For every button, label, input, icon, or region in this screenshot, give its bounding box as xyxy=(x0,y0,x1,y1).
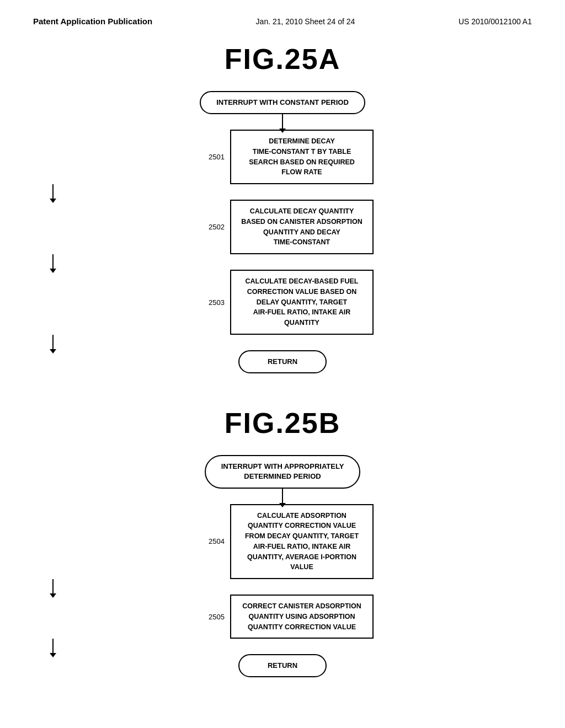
step-label-2502: 2502 xyxy=(191,223,225,231)
header-publication: Patent Application Publication xyxy=(33,17,152,26)
step-row-2504: 2504 CALCULATE ADSORPTION QUANTITY CORRE… xyxy=(33,504,532,580)
fig-25a-title: FIG.25A xyxy=(33,42,532,76)
step-box-2502: CALCULATE DECAY QUANTITY BASED ON CANIST… xyxy=(230,200,374,254)
fig-25b-title: FIG.25B xyxy=(33,406,532,440)
arrow-2 xyxy=(52,184,54,200)
step-box-2501: DETERMINE DECAY TIME-CONSTANT T BY TABLE… xyxy=(230,130,374,184)
fig-25b-flowchart: INTERRUPT WITH APPROPRIATELY DETERMINED … xyxy=(33,455,532,677)
step-row-2501: 2501 DETERMINE DECAY TIME-CONSTANT T BY … xyxy=(33,130,532,184)
header: Patent Application Publication Jan. 21, … xyxy=(33,17,532,26)
arrow-5 xyxy=(282,489,283,504)
fig25a-return-oval: RETURN xyxy=(238,350,327,373)
fig-25a-section: FIG.25A INTERRUPT WITH CONSTANT PERIOD 2… xyxy=(33,42,532,373)
step-label-2504: 2504 xyxy=(191,537,225,545)
step-label-2505: 2505 xyxy=(191,613,225,621)
step-box-2505: CORRECT CANISTER ADSORPTION QUANTITY USI… xyxy=(230,595,374,639)
step-row-2505: 2505 CORRECT CANISTER ADSORPTION QUANTIT… xyxy=(33,595,532,639)
fig25a-start-oval: INTERRUPT WITH CONSTANT PERIOD xyxy=(200,91,365,114)
arrow-6 xyxy=(52,579,54,595)
step-box-2504: CALCULATE ADSORPTION QUANTITY CORRECTION… xyxy=(230,504,374,580)
fig25b-return-oval: RETURN xyxy=(238,654,327,677)
header-patent-number: US 2010/0012100 A1 xyxy=(459,17,532,26)
arrow-1 xyxy=(282,114,283,130)
fig-25b-section: FIG.25B INTERRUPT WITH APPROPRIATELY DET… xyxy=(33,406,532,677)
step-box-2503: CALCULATE DECAY-BASED FUEL CORRECTION VA… xyxy=(230,270,374,335)
fig-25a-flowchart: INTERRUPT WITH CONSTANT PERIOD 2501 DETE… xyxy=(33,91,532,373)
arrow-7 xyxy=(52,639,54,654)
step-row-2502: 2502 CALCULATE DECAY QUANTITY BASED ON C… xyxy=(33,200,532,254)
step-row-2503: 2503 CALCULATE DECAY-BASED FUEL CORRECTI… xyxy=(33,270,532,335)
step-label-2503: 2503 xyxy=(191,298,225,307)
arrow-3 xyxy=(52,254,54,270)
fig25b-start-oval: INTERRUPT WITH APPROPRIATELY DETERMINED … xyxy=(205,455,361,488)
page: Patent Application Publication Jan. 21, … xyxy=(0,0,565,728)
step-label-2501: 2501 xyxy=(191,153,225,161)
header-date-sheet: Jan. 21, 2010 Sheet 24 of 24 xyxy=(256,17,355,26)
arrow-4 xyxy=(52,335,54,350)
